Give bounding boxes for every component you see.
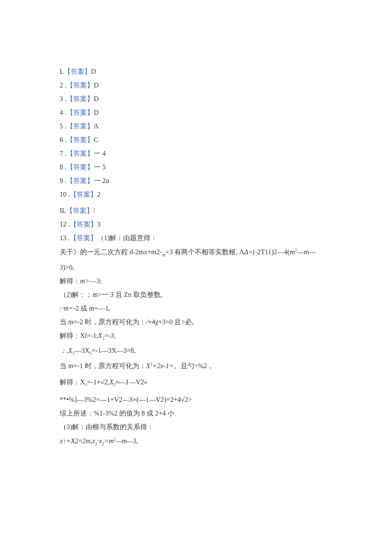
- document-content: L【答案】D 2 .【答案】D 3 .【答案】D 4 .【答案】D 5 .【答案…: [60, 68, 332, 446]
- answer-tag: 【答案】: [66, 177, 94, 184]
- answer-tag: 【答案】: [70, 221, 97, 228]
- italic-text: +2x-1=: [153, 362, 174, 369]
- solution-line-18: :·m=-2 或 m=—1,: [60, 305, 332, 312]
- italic-text: m>: [80, 277, 89, 285]
- answer-value-italic: a: [106, 177, 109, 184]
- italic-text: :·m=: [60, 305, 73, 312]
- text: —m—: [297, 248, 316, 256]
- answer-tag: 【答案】: [64, 68, 91, 75]
- italic-text: =m: [104, 438, 113, 445]
- answer-num: 7: [60, 150, 63, 157]
- italic-text: ≈—1: [116, 378, 129, 386]
- text: -2 或 m=—1,: [73, 305, 110, 312]
- answer-sep: .: [63, 109, 66, 116]
- answer-line-7: 7 .【答案】一 4: [60, 150, 332, 157]
- answer-sep: .: [63, 150, 66, 157]
- answer-tag: 【答案】: [66, 163, 94, 171]
- answer-tag: 【答案】: [66, 95, 94, 102]
- answer-value: D: [94, 109, 99, 116]
- answer-num: 5: [60, 122, 63, 130]
- solution-line-16: 解得：m>—3;: [60, 278, 332, 285]
- text: 。且勺>%2，: [174, 362, 214, 369]
- text: 解得：Xl=-1,: [60, 332, 98, 339]
- text: **•%]—3%2=—1+V2—3×(—1—V2)=2+4√2>: [60, 396, 192, 403]
- answer-tag: 【答案】: [66, 109, 94, 116]
- answer-num: 12 .: [60, 221, 70, 228]
- text: （2)解：；m>一 3 且 Zn 取负整数,: [60, 291, 162, 298]
- answer-value-prefix: 一 2: [94, 177, 106, 184]
- solution-line-20: 解得：Xl=-1,X2=-3,: [60, 332, 332, 340]
- solution-line-22: 当 m=-1 时，原方程可化为：X2+2x-1=。且勺>%2，: [60, 362, 332, 369]
- answer-line-8: 8 .【答案】一 5: [60, 164, 332, 171]
- text: 关于》的一元二次方程 d-2mx+m2-: [60, 248, 162, 256]
- text: 当 m=-2 时，原方程可化为：: [60, 318, 146, 325]
- answer-value: D: [94, 81, 99, 89]
- answer-num: 10: [60, 191, 66, 198]
- text: 3)>0,: [60, 264, 74, 271]
- answer-line-4: 4 .【答案】D: [60, 109, 332, 116]
- answer-line-2: 2 .【答案】D: [60, 82, 332, 89]
- text: 解得：X: [60, 378, 85, 386]
- italic-text: 2m,x: [82, 438, 95, 445]
- answer-value: 3: [97, 221, 101, 228]
- answer-sep: .: [63, 177, 66, 184]
- text: =-: [104, 332, 110, 339]
- solution-line-17: （2)解：；m>一 3 且 Zn 取负整数,: [60, 291, 332, 298]
- text: —3X: [75, 347, 90, 354]
- answer-value: D: [91, 68, 96, 75]
- italic-text: X: [110, 378, 114, 386]
- answer-value: 一 4: [94, 150, 106, 157]
- solution-line-23: 解得：X1=-1+√2,X2≈—1—V2»: [60, 379, 332, 387]
- answer-tag: 【答案】: [66, 81, 94, 89]
- answer-line-9: 9 .【答案】一 2a: [60, 177, 332, 184]
- italic-text: 3,: [111, 332, 116, 339]
- text: 当 m=-1 时，原方程可化为：: [60, 362, 146, 369]
- answer-line-3: 3 .【答案】D: [60, 96, 332, 102]
- answer-num: 2: [60, 81, 63, 89]
- italic-text: X: [146, 362, 150, 369]
- italic-text: ：.X: [60, 347, 72, 354]
- answer-line-6: 6 .【答案】C: [60, 137, 332, 143]
- answer-num: 3: [60, 95, 63, 102]
- answer-tag: 【答案】: [66, 136, 94, 143]
- answer-value: /: [93, 207, 95, 214]
- answer-value: 一 5: [94, 163, 106, 171]
- solution-line-19: 当 m=-2 时，原方程可化为：/+4χ+3=0 且>必,: [60, 319, 332, 325]
- solution-line-27: x↑+X2=2m,x1·x2=m2—m—3,: [60, 437, 332, 446]
- text: 解得：: [60, 277, 80, 285]
- answer-num: 13 .: [60, 234, 70, 241]
- text: 综上所述：%1-3%2 的值为 8 或 2+4 小: [60, 410, 174, 417]
- answer-value: 2: [97, 191, 101, 198]
- solution-line-24: **•%]—3%2=—1+V2—3×(—1—V2)=2+4√2>: [60, 396, 332, 403]
- text: =3 有两个不相等实数根, Λ: [165, 248, 244, 256]
- answer-tag: 【答案】: [66, 207, 93, 214]
- answer-sep: .: [63, 95, 66, 102]
- answer-value: D: [94, 95, 99, 102]
- answer-line-13: 13 .【答案】（1)解：由题意得：: [60, 235, 332, 241]
- answer-value: A: [94, 122, 99, 130]
- answer-line-5: 5 .【答案】A: [60, 123, 332, 130]
- answer-tag: 【答案】: [66, 150, 94, 157]
- answer-num: IL: [60, 207, 66, 214]
- answer-line-12: 12 .【答案】3: [60, 221, 332, 228]
- answer-num: 4: [60, 109, 63, 116]
- answer-tag: 【答案】: [70, 234, 97, 241]
- text: =-1+√2,: [87, 378, 110, 386]
- text: —V2»: [129, 378, 148, 386]
- answer-sep: .: [63, 81, 66, 89]
- answer-line-1: L【答案】D: [60, 68, 332, 75]
- text: +4χ+3=0 且>必,: [148, 318, 193, 325]
- answer-value: C: [94, 136, 98, 143]
- answer-sep: .: [63, 136, 66, 143]
- answer-value: （1)解：由题意得：: [97, 234, 157, 241]
- solution-line-26: （3)解：由根与系数的关系得：: [60, 424, 332, 430]
- italic-text: X: [98, 332, 102, 339]
- text: （3)解：由根与系数的关系得：: [60, 423, 154, 430]
- answer-line-10: 10 .【答案】2: [60, 191, 332, 198]
- answer-sep: .: [63, 122, 66, 130]
- text: =: [78, 438, 82, 445]
- italic-text: x↑+X2: [60, 438, 78, 445]
- answer-num: 8: [60, 163, 63, 171]
- solution-line-14: 关于》的一元二次方程 d-2mx+m2-m=3 有两个不相等实数根, ΛΔ=(-…: [60, 248, 332, 257]
- answer-sep: .: [63, 163, 66, 171]
